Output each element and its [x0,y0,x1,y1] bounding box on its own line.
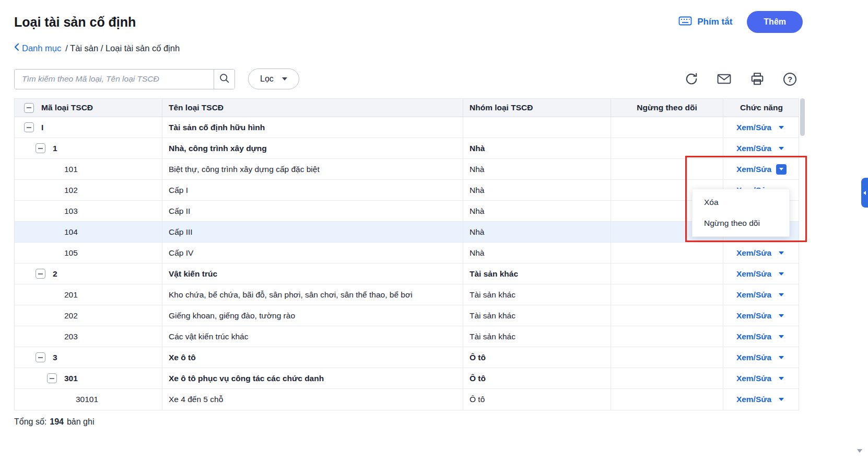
row-checkbox[interactable] [36,269,45,279]
view-edit-link[interactable]: Xem/Sửa [736,144,771,153]
table-row[interactable]: 203 Các vật kiến trúc khác Tài sản khác … [15,326,799,347]
row-checkbox[interactable] [47,373,57,383]
action-dropdown-caret-icon[interactable] [776,269,787,279]
table-row[interactable]: 102 Cấp I Nhà Xem/Sửa [15,180,799,201]
search-icon [219,73,230,85]
code-cell: 101 [15,159,162,179]
table-row[interactable]: 105 Cấp IV Nhà Xem/Sửa [15,243,799,264]
action-dropdown-caret-icon[interactable] [776,352,787,363]
question-mark-icon: ? [783,73,796,86]
stop-tracking-cell [611,138,723,158]
scroll-down-arrow-icon[interactable] [857,449,862,453]
add-button[interactable]: Thêm [747,11,803,33]
refresh-icon[interactable] [684,72,698,86]
action-cell: Xem/Sửa [723,305,800,326]
row-group: Ô tô [470,374,486,383]
indeterminate-mark [27,127,31,128]
table-row[interactable]: 101 Biệt thự, công trình xây dựng cấp đặ… [15,159,799,180]
action-dropdown-caret-icon[interactable] [776,143,787,154]
table-row[interactable]: 2 Vật kiến trúc Tài sản khác Xem/Sửa [15,264,799,284]
filter-button[interactable]: Lọc [248,68,299,89]
help-icon[interactable]: ? [783,72,797,86]
stop-tracking-cell [611,264,723,284]
view-edit-link[interactable]: Xem/Sửa [736,248,771,258]
action-dropdown-caret-icon[interactable] [776,331,787,342]
shortcut-button[interactable]: Phím tắt [678,16,732,29]
expand-panel-tab[interactable] [861,178,868,208]
view-edit-link[interactable]: Xem/Sửa [736,374,771,383]
chevron-left-icon [14,43,19,53]
group-cell: Nhà [463,201,611,221]
action-dropdown-caret-icon[interactable] [776,122,787,133]
table-row[interactable]: 202 Giếng khoan, giếng đào, tường rào Tà… [15,305,799,326]
breadcrumb-back-link[interactable]: Danh mục [14,43,61,53]
code-cell: I [15,117,162,138]
stop-tracking-cell [611,284,723,305]
stop-tracking-cell [611,368,723,388]
view-edit-link[interactable]: Xem/Sửa [736,332,771,341]
action-cell: Xem/Sửa [723,243,800,263]
view-edit-link[interactable]: Xem/Sửa [736,269,771,279]
table-row[interactable]: 30101 Xe 4 đến 5 chỗ Ô tô Xem/Sửa [15,389,799,410]
row-code: 3 [53,353,57,362]
group-cell: Tài sản khác [463,326,611,347]
code-cell: 30101 [15,389,162,410]
row-name: Cấp II [169,207,190,216]
action-dropdown-caret-icon[interactable] [776,290,787,300]
print-icon[interactable] [750,72,764,86]
view-edit-link[interactable]: Xem/Sửa [736,165,771,174]
code-cell: 201 [15,284,162,305]
search-button[interactable] [214,70,234,89]
context-menu-item[interactable]: Ngừng theo dõi [693,213,789,234]
chevron-down-icon [282,77,287,81]
view-edit-link[interactable]: Xem/Sửa [736,353,771,362]
top-actions: Phím tắt Thêm [678,11,803,33]
context-menu: XóaNgừng theo dõi [692,189,790,237]
action-dropdown-caret-icon[interactable] [776,248,787,258]
table-row[interactable]: 103 Cấp II Nhà Xem/Sửa [15,201,799,222]
name-cell: Giếng khoan, giếng đào, tường rào [162,305,463,326]
action-dropdown-caret-icon[interactable] [776,164,787,175]
view-edit-link[interactable]: Xem/Sửa [736,290,771,300]
action-dropdown-caret-icon[interactable] [776,394,787,405]
code-cell: 2 [15,264,162,284]
row-checkbox[interactable] [36,143,45,153]
search-input[interactable] [15,70,214,89]
row-action-label: Xem/Sửa [736,332,771,341]
view-edit-link[interactable]: Xem/Sửa [736,123,771,132]
view-edit-link[interactable]: Xem/Sửa [736,395,771,404]
row-checkbox[interactable] [24,122,34,132]
toolbar-icons: ? [684,72,799,86]
asset-type-table: Mã loại TSCĐ Tên loại TSCĐ Nhóm loại TSC… [14,98,799,410]
select-all-checkbox[interactable] [24,103,34,113]
indeterminate-mark [27,107,31,108]
table-row[interactable]: 301 Xe ô tô phục vụ công tác các chức da… [15,368,799,389]
group-cell: Nhà [463,222,611,242]
mail-icon[interactable] [717,72,731,86]
row-checkbox[interactable] [36,352,45,362]
table-row[interactable]: 1 Nhà, công trình xây dựng Nhà Xem/Sửa [15,138,799,159]
total-label: Tổng số: [14,417,46,427]
table-row[interactable]: 104 Cấp III Nhà Xem/Sửa [15,222,799,243]
action-cell: Xem/Sửa [723,159,800,179]
stop-tracking-cell [611,305,723,326]
row-name: Giếng khoan, giếng đào, tường rào [169,311,295,320]
group-cell: Tài sản khác [463,305,611,326]
header-cell-code: Mã loại TSCĐ [15,99,162,117]
table-row[interactable]: 201 Kho chứa, bể chứa, bãi đỗ, sân phơi,… [15,284,799,305]
shortcut-label: Phím tắt [697,17,732,27]
table-row[interactable]: 3 Xe ô tô Ô tô Xem/Sửa [15,347,799,368]
table-row[interactable]: I Tài sản cố định hữu hình Xem/Sửa [15,117,799,138]
name-cell: Xe ô tô [162,347,463,368]
context-menu-item[interactable]: Xóa [693,192,789,213]
view-edit-link[interactable]: Xem/Sửa [736,311,771,320]
code-cell: 301 [15,368,162,388]
row-name: Nhà, công trình xây dựng [169,144,267,153]
indeterminate-mark [38,273,43,274]
action-dropdown-caret-icon[interactable] [776,373,787,384]
row-group: Tài sản khác [470,269,518,279]
row-group: Nhà [470,227,484,237]
vertical-scrollbar-thumb[interactable] [800,98,805,136]
name-cell: Cấp II [162,201,463,221]
action-dropdown-caret-icon[interactable] [776,311,787,321]
